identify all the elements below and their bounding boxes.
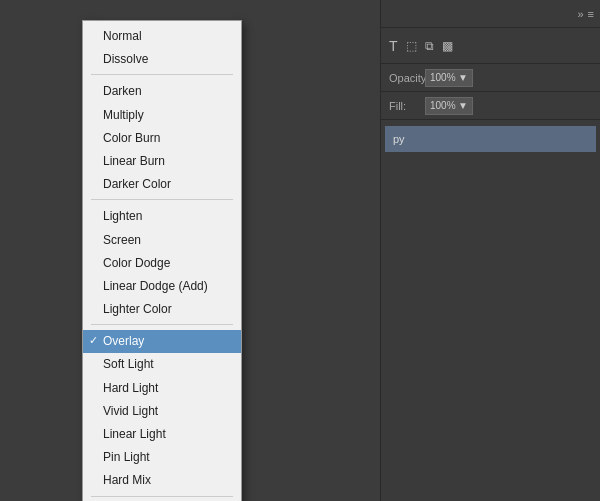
blend-mode-item-darken[interactable]: Darken bbox=[83, 80, 241, 103]
blend-mode-item-vivid-light[interactable]: Vivid Light bbox=[83, 400, 241, 423]
blend-mode-item-multiply[interactable]: Multiply bbox=[83, 104, 241, 127]
blend-mode-item-hard-light[interactable]: Hard Light bbox=[83, 377, 241, 400]
blend-mode-item-lighter-color[interactable]: Lighter Color bbox=[83, 298, 241, 321]
opacity-label: Opacity: bbox=[389, 72, 419, 84]
menu-icon[interactable]: ≡ bbox=[588, 8, 594, 20]
opacity-input[interactable]: 100% ▼ bbox=[425, 69, 473, 87]
right-panel: » ≡ T ⬚ ⧉ ▩ Opacity: 100% ▼ Fill: 100% ▼ bbox=[380, 0, 600, 501]
panel-toolbar: T ⬚ ⧉ ▩ bbox=[381, 28, 600, 64]
main-panel: » ≡ T ⬚ ⧉ ▩ Opacity: 100% ▼ Fill: 100% ▼ bbox=[0, 0, 600, 501]
blend-mode-item-color-burn[interactable]: Color Burn bbox=[83, 127, 241, 150]
blend-mode-item-color-dodge[interactable]: Color Dodge bbox=[83, 252, 241, 275]
blend-mode-dropdown[interactable]: NormalDissolveDarkenMultiplyColor BurnLi… bbox=[82, 20, 242, 501]
collapse-icon[interactable]: » bbox=[577, 8, 583, 20]
layer-list: py bbox=[381, 120, 600, 158]
blend-mode-item-soft-light[interactable]: Soft Light bbox=[83, 353, 241, 376]
blend-mode-item-hard-mix[interactable]: Hard Mix bbox=[83, 469, 241, 492]
fill-row: Fill: 100% ▼ bbox=[381, 92, 600, 120]
blend-mode-item-linear-light[interactable]: Linear Light bbox=[83, 423, 241, 446]
layer-name: py bbox=[393, 133, 405, 145]
fill-input[interactable]: 100% ▼ bbox=[425, 97, 473, 115]
panel-top-bar: » ≡ bbox=[381, 0, 600, 28]
blend-mode-item-pin-light[interactable]: Pin Light bbox=[83, 446, 241, 469]
blend-mode-item-dissolve[interactable]: Dissolve bbox=[83, 48, 241, 71]
menu-separator bbox=[83, 496, 241, 501]
delete-tool-icon[interactable]: ▩ bbox=[442, 39, 453, 53]
blend-mode-item-linear-dodge-(add)[interactable]: Linear Dodge (Add) bbox=[83, 275, 241, 298]
blend-mode-item-lighten[interactable]: Lighten bbox=[83, 205, 241, 228]
crop-tool-icon[interactable]: ⬚ bbox=[406, 39, 417, 53]
blend-mode-item-darker-color[interactable]: Darker Color bbox=[83, 173, 241, 196]
blend-mode-item-linear-burn[interactable]: Linear Burn bbox=[83, 150, 241, 173]
blend-mode-item-overlay[interactable]: Overlay bbox=[83, 330, 241, 353]
blend-mode-item-normal[interactable]: Normal bbox=[83, 25, 241, 48]
blend-mode-item-screen[interactable]: Screen bbox=[83, 229, 241, 252]
opacity-row: Opacity: 100% ▼ bbox=[381, 64, 600, 92]
layer-item[interactable]: py bbox=[385, 126, 596, 152]
copy-tool-icon[interactable]: ⧉ bbox=[425, 39, 434, 53]
fill-label: Fill: bbox=[389, 100, 419, 112]
text-tool-icon[interactable]: T bbox=[389, 38, 398, 54]
